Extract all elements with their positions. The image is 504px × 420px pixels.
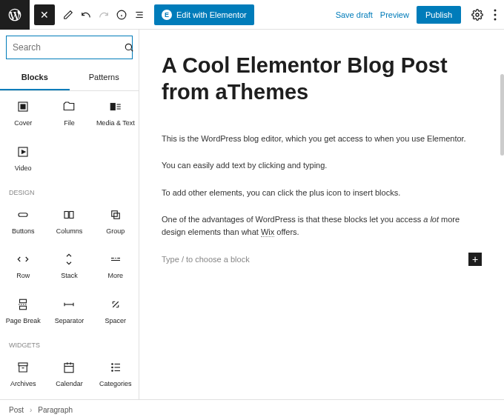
block-cover[interactable]: Cover — [0, 91, 46, 136]
main: Blocks Patterns Cover File Media & Text … — [0, 30, 504, 399]
svg-point-41 — [112, 364, 113, 365]
wordpress-logo[interactable] — [0, 0, 30, 30]
svg-rect-13 — [21, 104, 25, 109]
svg-point-45 — [112, 370, 113, 372]
media-text-icon — [109, 100, 122, 113]
buttons-icon — [16, 208, 30, 221]
block-media-text[interactable]: Media & Text — [93, 91, 139, 136]
breadcrumb-paragraph[interactable]: Paragraph — [38, 406, 73, 414]
block-row[interactable]: Row — [0, 244, 46, 289]
block-placeholder[interactable]: Type / to choose a block — [162, 255, 468, 264]
block-custom-html[interactable]: HTMLCustom HTML — [0, 397, 46, 399]
paragraph-block[interactable]: This is the WordPress blog editor, which… — [162, 133, 482, 145]
block-group[interactable]: Group — [93, 199, 139, 244]
block-latest-posts[interactable]: Latest Posts — [93, 397, 139, 399]
svg-point-8 — [494, 13, 497, 16]
file-icon — [62, 100, 76, 113]
svg-line-11 — [131, 50, 133, 52]
redo-icon[interactable] — [95, 0, 113, 30]
block-archives[interactable]: Archives — [0, 352, 46, 397]
close-button[interactable]: ✕ — [34, 4, 55, 25]
paragraph-block[interactable]: You can easily add text by clicking and … — [162, 159, 482, 172]
cover-icon — [16, 100, 30, 113]
settings-icon[interactable] — [468, 0, 486, 30]
search-input[interactable] — [13, 42, 124, 53]
options-icon[interactable] — [486, 0, 504, 30]
svg-rect-29 — [20, 299, 27, 303]
block-file[interactable]: File — [46, 91, 92, 136]
search-input-wrap — [6, 36, 133, 59]
svg-rect-14 — [110, 104, 115, 110]
stack-icon — [62, 253, 76, 266]
topbar: ✕ E Edit with Elementor Save draft Previ… — [0, 0, 504, 30]
categories-icon — [109, 361, 122, 374]
svg-rect-24 — [114, 213, 120, 219]
section-design-label: DESIGN — [0, 181, 139, 199]
editor-content[interactable]: A Cool Elementor Blog Post from aThemes … — [139, 30, 504, 399]
columns-icon — [62, 208, 76, 221]
svg-marker-19 — [22, 150, 26, 154]
spacer-icon — [109, 298, 122, 311]
svg-rect-22 — [70, 211, 73, 218]
publish-button[interactable]: Publish — [417, 6, 461, 24]
scrollbar-thumb[interactable] — [500, 74, 504, 156]
video-icon — [16, 145, 30, 159]
breadcrumb-post[interactable]: Post — [9, 406, 24, 414]
block-stack[interactable]: Stack — [46, 244, 92, 289]
block-columns[interactable]: Columns — [46, 199, 92, 244]
separator-icon — [62, 298, 76, 311]
group-icon — [109, 208, 122, 221]
chevron-right-icon: › — [30, 406, 32, 414]
block-more[interactable]: More — [93, 244, 139, 289]
block-buttons[interactable]: Buttons — [0, 199, 46, 244]
edit-with-elementor-button[interactable]: E Edit with Elementor — [154, 4, 254, 25]
svg-rect-37 — [64, 364, 73, 373]
svg-rect-20 — [19, 213, 27, 216]
edit-icon[interactable] — [59, 0, 77, 30]
add-block-button[interactable]: + — [468, 253, 482, 266]
archives-icon — [16, 361, 30, 374]
paragraph-block[interactable]: One of the advantages of WordPress is th… — [162, 213, 482, 238]
svg-point-9 — [494, 18, 497, 20]
elementor-button-label: Edit with Elementor — [176, 10, 247, 19]
save-draft-button[interactable]: Save draft — [336, 10, 373, 19]
block-spacer[interactable]: Spacer — [93, 289, 139, 334]
more-icon — [109, 253, 122, 266]
outline-icon[interactable] — [130, 0, 148, 30]
svg-rect-23 — [112, 210, 118, 216]
svg-rect-31 — [20, 306, 27, 310]
block-inserter-sidebar: Blocks Patterns Cover File Media & Text … — [0, 30, 139, 399]
svg-point-43 — [112, 367, 113, 368]
block-categories[interactable]: Categories — [93, 352, 139, 397]
breadcrumb: Post › Paragraph — [0, 399, 504, 420]
block-page-break[interactable]: Page Break — [0, 289, 46, 334]
preview-button[interactable]: Preview — [380, 10, 409, 19]
block-video[interactable]: Video — [0, 136, 46, 181]
elementor-icon: E — [162, 10, 172, 20]
svg-rect-21 — [64, 211, 68, 218]
info-icon[interactable] — [113, 0, 130, 30]
row-icon — [16, 253, 30, 266]
tab-patterns[interactable]: Patterns — [70, 65, 139, 90]
block-latest-comments[interactable]: Latest Comments — [46, 397, 92, 399]
post-title[interactable]: A Cool Elementor Blog Post from aThemes — [162, 52, 482, 106]
svg-rect-35 — [19, 363, 27, 366]
calendar-icon — [62, 361, 76, 374]
inserter-tabs: Blocks Patterns — [0, 65, 139, 91]
svg-point-6 — [476, 13, 479, 16]
block-separator[interactable]: Separator — [46, 289, 92, 334]
tab-blocks[interactable]: Blocks — [0, 65, 70, 90]
search-icon — [124, 42, 134, 53]
section-widgets-label: WIDGETS — [0, 334, 139, 352]
svg-point-7 — [494, 9, 497, 11]
block-calendar[interactable]: Calendar — [46, 352, 92, 397]
page-break-icon — [16, 298, 30, 311]
undo-icon[interactable] — [77, 0, 95, 30]
paragraph-block[interactable]: To add other elements, you can click the… — [162, 187, 482, 199]
svg-point-10 — [125, 44, 131, 50]
